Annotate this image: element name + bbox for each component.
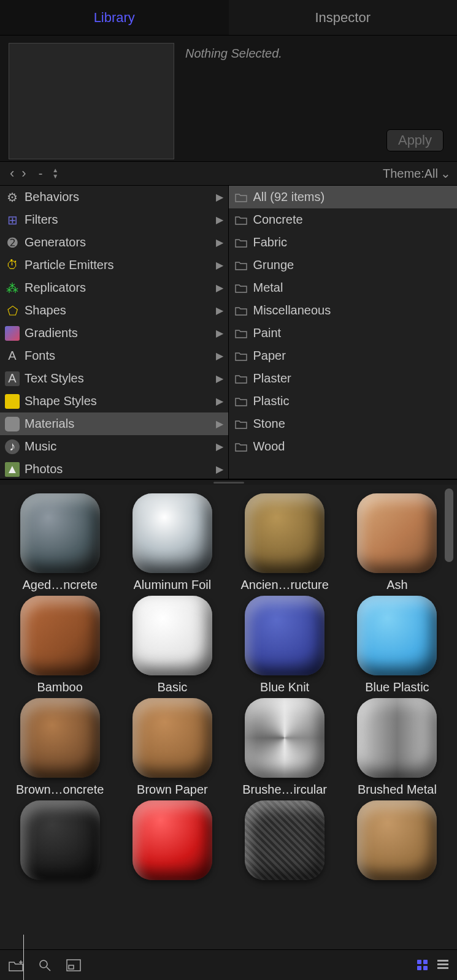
subcategory-label: Grunge <box>253 258 453 272</box>
material-swatch <box>357 800 437 880</box>
material-item[interactable]: Blue Knit <box>229 596 341 694</box>
category-fonts[interactable]: AFonts▶ <box>0 344 228 367</box>
nav-forward-button[interactable]: › <box>18 165 29 181</box>
behaviors-icon: ⚙ <box>5 190 20 205</box>
chevron-down-icon[interactable]: ⌄ <box>440 166 451 181</box>
photos-icon: ▲ <box>5 462 20 477</box>
preview-status: Nothing Selected. <box>185 47 282 154</box>
subcategory-paper[interactable]: Paper <box>229 344 458 367</box>
material-item[interactable]: Ancien…ructure <box>229 493 341 592</box>
subcategory-label: Wood <box>253 439 453 454</box>
category-replicators[interactable]: ⁂Replicators▶ <box>0 276 228 299</box>
chevron-right-icon: ▶ <box>216 395 223 407</box>
material-item[interactable]: Basic <box>116 596 228 694</box>
material-item[interactable]: Blue Plastic <box>341 596 453 694</box>
subcategory-plaster[interactable]: Plaster <box>229 367 458 390</box>
category-label: Fonts <box>25 349 211 363</box>
material-label: Brown…oncrete <box>16 783 104 797</box>
material-item[interactable] <box>116 800 228 885</box>
category-shape-styles[interactable]: Shape Styles▶ <box>0 390 228 412</box>
subcategory-metal[interactable]: Metal <box>229 276 458 299</box>
icon-view-button[interactable] <box>417 960 428 970</box>
material-item[interactable] <box>4 800 116 885</box>
category-gradients[interactable]: Gradients▶ <box>0 322 228 344</box>
category-particle-emitters[interactable]: ⏱Particle Emitters▶ <box>0 254 228 276</box>
category-music[interactable]: ♪Music▶ <box>0 435 228 458</box>
material-item[interactable]: Aluminum Foil <box>116 493 228 592</box>
subcategory-stone[interactable]: Stone <box>229 412 458 435</box>
splitter-handle[interactable] <box>0 480 457 485</box>
material-swatch <box>20 493 100 573</box>
material-item[interactable] <box>229 800 341 885</box>
preview-thumbnail <box>9 43 174 159</box>
material-swatch <box>20 800 100 880</box>
chevron-right-icon: ▶ <box>216 259 223 271</box>
subcategory-label: Metal <box>253 281 453 295</box>
path-stepper[interactable]: ▲▼ <box>52 167 58 180</box>
subcategory-paint[interactable]: Paint <box>229 322 458 344</box>
list-view-button[interactable] <box>437 960 448 970</box>
category-label: Filters <box>25 213 211 227</box>
chevron-right-icon: ▶ <box>216 237 223 248</box>
category-filters[interactable]: ⊞Filters▶ <box>0 208 228 231</box>
new-folder-icon[interactable] <box>9 959 23 971</box>
category-materials[interactable]: Materials▶ <box>0 412 228 435</box>
material-item[interactable]: Brown Paper <box>116 698 228 797</box>
material-label: Aged…ncrete <box>22 578 97 592</box>
window-icon[interactable] <box>66 959 81 971</box>
category-photos[interactable]: ▲Photos▶ <box>0 458 228 479</box>
category-label: Text Styles <box>25 371 211 386</box>
apply-button[interactable]: Apply <box>386 129 444 151</box>
subcategory-grunge[interactable]: Grunge <box>229 254 458 276</box>
folder-icon <box>234 258 248 273</box>
scrollbar[interactable] <box>445 488 453 562</box>
search-icon[interactable] <box>38 959 52 972</box>
subcategory-label: Stone <box>253 417 453 431</box>
subcategory-concrete[interactable]: Concrete <box>229 208 458 231</box>
shapes-icon: ⬠ <box>5 303 20 318</box>
material-item[interactable]: Bamboo <box>4 596 116 694</box>
chevron-right-icon: ▶ <box>216 282 223 294</box>
material-swatch <box>132 698 212 778</box>
material-swatch <box>245 493 325 573</box>
material-item[interactable]: Brown…oncrete <box>4 698 116 797</box>
subcategory-label: Concrete <box>253 213 453 227</box>
preview-pane: Nothing Selected. Apply <box>0 36 457 161</box>
material-item[interactable]: Brushe…ircular <box>229 698 341 797</box>
music-icon: ♪ <box>5 439 20 454</box>
material-item[interactable]: Brushed Metal <box>341 698 453 797</box>
material-label: Brushed Metal <box>358 783 437 797</box>
fonts-icon: A <box>5 349 20 363</box>
nav-back-button[interactable]: ‹ <box>6 165 18 181</box>
folder-icon <box>234 439 248 454</box>
theme-value[interactable]: All <box>424 167 438 181</box>
folder-icon <box>234 213 248 227</box>
folder-icon <box>234 190 248 205</box>
material-item[interactable] <box>341 800 453 885</box>
material-item[interactable]: Aged…ncrete <box>4 493 116 592</box>
subcategory-plastic[interactable]: Plastic <box>229 390 458 412</box>
subcategory-all[interactable]: All (92 items) <box>229 186 458 208</box>
subcategory-miscellaneous[interactable]: Miscellaneous <box>229 299 458 322</box>
category-shapes[interactable]: ⬠Shapes▶ <box>0 299 228 322</box>
folder-icon <box>234 417 248 431</box>
gradients-icon <box>5 326 20 341</box>
category-label: Music <box>25 439 211 454</box>
category-text-styles[interactable]: AText Styles▶ <box>0 367 228 390</box>
folder-icon <box>234 394 248 409</box>
material-label: Brushe…ircular <box>242 783 327 797</box>
generators-icon: ➋ <box>5 235 20 250</box>
subcategory-fabric[interactable]: Fabric <box>229 231 458 254</box>
category-generators[interactable]: ➋Generators▶ <box>0 231 228 254</box>
folder-icon <box>234 303 248 318</box>
category-label: Gradients <box>25 326 211 340</box>
svg-rect-2 <box>69 965 74 969</box>
material-item[interactable]: Ash <box>341 493 453 592</box>
subcategory-wood[interactable]: Wood <box>229 435 458 458</box>
material-swatch <box>20 596 100 675</box>
material-swatch <box>357 493 437 573</box>
material-label: Ancien…ructure <box>240 578 328 592</box>
tab-inspector[interactable]: Inspector <box>229 0 458 35</box>
tab-library[interactable]: Library <box>0 0 229 35</box>
category-behaviors[interactable]: ⚙Behaviors▶ <box>0 186 228 208</box>
